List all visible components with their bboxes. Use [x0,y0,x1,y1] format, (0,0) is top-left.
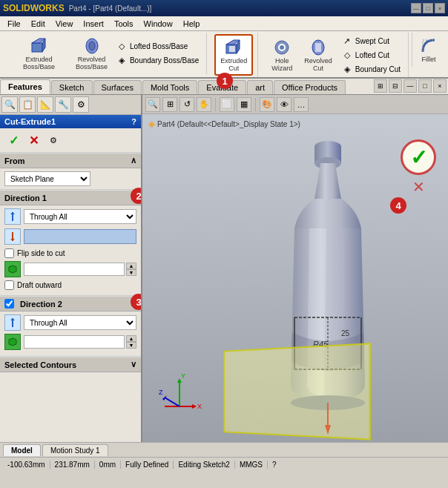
tab-maximize-btn[interactable]: □ [418,79,432,93]
revolved-boss-base-label: RevolvedBoss/Base [76,56,108,71]
lofted-cut-button[interactable]: ◇ Lofted Cut [338,48,403,62]
direction2-decrement-btn[interactable]: ▼ [126,342,136,349]
swept-cut-button[interactable]: ↗ Swept Cut [338,34,403,47]
vp-hide-show-btn[interactable]: 👁 [277,97,291,112]
cut-preview-box [223,343,370,440]
boundary-boss-base-label: Boundary Boss/Base [130,56,199,65]
tab-office-products[interactable]: Office Products [274,80,346,94]
panel-tool-2[interactable]: 📋 [19,96,36,113]
direction1-increment-btn[interactable]: ▲ [126,263,136,269]
direction1-label: Direction 1 [4,194,47,202]
status-help-btn[interactable]: ? [268,461,281,469]
revolved-cut-icon [308,37,329,58]
menu-tools[interactable]: Tools [110,18,138,30]
direction2-enable-checkbox[interactable] [4,299,14,309]
svg-text:X: X [197,403,202,410]
hole-wizard-label: HoleWizard [271,58,292,73]
svg-rect-13 [315,43,321,52]
menu-bar: File Edit View Insert Tools Window Help [0,16,448,31]
panel-actions: ✓ ✕ ⚙ [0,128,141,153]
from-select[interactable]: Sketch Plane Surface/Face/Plane Vertex O… [4,171,90,186]
fillet-button[interactable]: Fillet [412,33,445,67]
window-title: Part4 - [Part4 (Default...)] [69,4,152,13]
panel-help-icon[interactable]: ? [131,117,136,126]
direction1-end-condition-select[interactable]: Through All Blind Through All - Both Off… [24,209,136,224]
direction1-green-btn[interactable] [4,261,21,277]
direction1-face-input[interactable] [24,229,136,244]
panel-tool-5[interactable]: ⚙ [73,96,89,113]
confirm-check-button[interactable]: ✓ [401,139,436,175]
revolved-cut-label: RevolvedCut [304,58,332,73]
boundary-cut-button[interactable]: ◈ Boundary Cut [338,62,403,76]
boundary-cut-label: Boundary Cut [355,65,401,73]
bottom-tabs: Model Motion Study 1 [0,442,448,457]
motion-study-tab[interactable]: Motion Study 1 [42,444,108,456]
close-button[interactable]: × [435,3,445,13]
boundary-boss-base-button[interactable]: ◈ Boundary Boss/Base [113,53,202,67]
cancel-button[interactable]: ✕ [24,131,42,149]
from-section-content: Sketch Plane Surface/Face/Plane Vertex O… [0,168,141,190]
vp-zoom-in-btn[interactable]: 🔍 [145,97,160,112]
confirm-check-icon: ✓ [410,145,427,170]
tab-minimize-btn[interactable]: — [403,79,417,93]
direction2-section-header[interactable]: Direction 2 ∧ 3 [0,296,141,311]
direction2-dir-icon [4,314,21,331]
tab-view-btn1[interactable]: ⊞ [374,79,387,93]
vp-pan-btn[interactable]: ✋ [197,97,211,112]
breadcrumb-icon: ◈ [148,119,155,129]
panel-tool-4[interactable]: 🔧 [55,96,71,113]
direction1-section-content: Through All Blind Through All - Both Off… [0,205,141,296]
options-button[interactable]: ⚙ [45,131,62,149]
panel-tool-1[interactable]: 🔍 [1,96,18,113]
direction2-green-btn[interactable] [4,334,21,350]
model-tab[interactable]: Model [3,444,41,456]
lofted-boss-base-button[interactable]: ◇ Lofted Boss/Base [113,39,202,53]
from-section-header[interactable]: From ∧ [0,153,141,168]
revolved-cut-button[interactable]: RevolvedCut [301,36,335,74]
flip-side-checkbox[interactable] [4,248,14,258]
title-bar: SOLIDWORKS Part4 - [Part4 (Default...)] … [0,0,448,16]
draft-outward-checkbox[interactable] [4,280,14,290]
direction2-increment-btn[interactable]: ▲ [126,335,136,342]
tab-features[interactable]: Features [0,79,50,94]
confirm-button[interactable]: ✓ [4,131,22,149]
tab-close-btn[interactable]: × [433,79,447,93]
vp-zoom-fit-btn[interactable]: ⊞ [162,97,177,112]
menu-file[interactable]: File [3,18,25,30]
minimize-button[interactable]: — [411,3,421,13]
swept-cut-label: Swept Cut [355,37,389,45]
flip-side-label: Flip side to cut [17,249,65,257]
direction1-dir-icon [4,208,21,225]
selected-contours-header[interactable]: Selected Contours ∨ [0,357,141,372]
direction1-decrement-btn[interactable]: ▼ [126,269,136,276]
direction2-value-input[interactable] [24,335,125,349]
extruded-cut-button[interactable]: ExtrudedCut [214,34,253,76]
fillet-label: Fillet [421,56,435,64]
vp-display-style-btn[interactable]: ▦ [237,97,251,112]
direction2-end-condition-select[interactable]: Through All Blind Offset from Surface [24,315,136,330]
direction1-section-header[interactable]: Direction 1 ∧ 2 [0,190,141,205]
tab-view-btn2[interactable]: ⊟ [389,79,402,93]
tab-mold-tools[interactable]: Mold Tools [142,80,197,94]
menu-view[interactable]: View [51,18,78,30]
tab-art[interactable]: art [247,80,273,94]
menu-insert[interactable]: Insert [79,18,108,30]
menu-window[interactable]: Window [139,18,177,30]
vp-rotate-btn[interactable]: ↺ [179,97,194,112]
lofted-cut-icon: ◇ [341,49,353,61]
direction1-value-input[interactable] [24,263,125,276]
tab-surfaces[interactable]: Surfaces [93,80,142,94]
extruded-boss-base-button[interactable]: Extruded Boss/Base [7,34,70,73]
confirm-x-button[interactable]: ✕ [401,178,436,196]
left-panel: 🔍 📋 📐 🔧 ⚙ Cut-Extrude1 ? ✓ ✕ ⚙ [0,95,142,442]
menu-edit[interactable]: Edit [27,18,50,30]
tab-sketch[interactable]: Sketch [51,80,93,94]
revolved-boss-base-button[interactable]: RevolvedBoss/Base [73,34,110,73]
hole-wizard-button[interactable]: HoleWizard [266,36,298,74]
vp-appearance-btn[interactable]: 🎨 [260,97,274,112]
vp-more-btn[interactable]: … [294,97,309,112]
vp-section-view-btn[interactable]: ⬜ [220,97,234,112]
panel-tool-3[interactable]: 📐 [37,96,53,113]
menu-help[interactable]: Help [179,18,205,30]
maximize-button[interactable]: □ [423,3,433,13]
